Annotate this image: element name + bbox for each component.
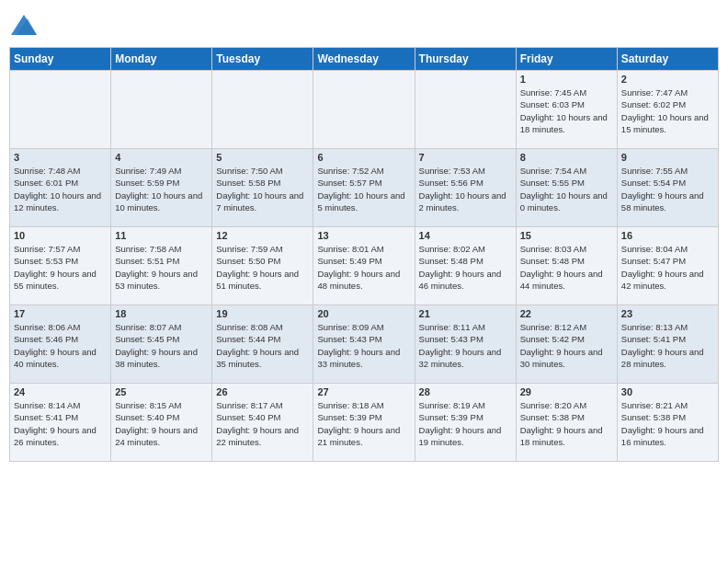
day-number: 1 bbox=[520, 74, 613, 85]
weekday-header: Wednesday bbox=[313, 48, 415, 71]
day-number: 11 bbox=[115, 230, 208, 241]
calendar-cell: 21Sunrise: 8:11 AM Sunset: 5:43 PM Dayli… bbox=[415, 305, 516, 384]
calendar-cell: 1Sunrise: 7:45 AM Sunset: 6:03 PM Daylig… bbox=[516, 71, 617, 149]
calendar-cell: 12Sunrise: 7:59 AM Sunset: 5:50 PM Dayli… bbox=[212, 227, 313, 305]
day-number: 27 bbox=[317, 386, 410, 397]
weekday-header: Friday bbox=[516, 48, 617, 71]
day-content: Sunrise: 7:49 AM Sunset: 5:59 PM Dayligh… bbox=[115, 165, 208, 213]
calendar-cell: 18Sunrise: 8:07 AM Sunset: 5:45 PM Dayli… bbox=[111, 305, 212, 384]
day-number: 3 bbox=[14, 152, 107, 163]
calendar-cell bbox=[111, 71, 212, 149]
day-content: Sunrise: 7:47 AM Sunset: 6:02 PM Dayligh… bbox=[621, 86, 714, 135]
day-number: 9 bbox=[621, 152, 714, 163]
day-content: Sunrise: 7:50 AM Sunset: 5:58 PM Dayligh… bbox=[216, 165, 309, 213]
header bbox=[9, 9, 719, 40]
day-number: 12 bbox=[216, 230, 309, 241]
day-number: 19 bbox=[216, 308, 309, 319]
calendar-week-row: 24Sunrise: 8:14 AM Sunset: 5:41 PM Dayli… bbox=[10, 384, 719, 462]
calendar-cell: 5Sunrise: 7:50 AM Sunset: 5:58 PM Daylig… bbox=[212, 149, 313, 227]
calendar-cell: 4Sunrise: 7:49 AM Sunset: 5:59 PM Daylig… bbox=[111, 149, 212, 227]
calendar-week-row: 10Sunrise: 7:57 AM Sunset: 5:53 PM Dayli… bbox=[10, 227, 719, 305]
calendar-week-row: 17Sunrise: 8:06 AM Sunset: 5:46 PM Dayli… bbox=[10, 305, 719, 384]
day-content: Sunrise: 8:08 AM Sunset: 5:44 PM Dayligh… bbox=[216, 321, 309, 370]
day-number: 20 bbox=[317, 308, 410, 319]
day-number: 6 bbox=[317, 152, 410, 163]
day-number: 21 bbox=[419, 308, 512, 319]
calendar-cell: 17Sunrise: 8:06 AM Sunset: 5:46 PM Dayli… bbox=[10, 305, 111, 384]
calendar-week-row: 1Sunrise: 7:45 AM Sunset: 6:03 PM Daylig… bbox=[10, 71, 719, 149]
day-content: Sunrise: 8:20 AM Sunset: 5:38 PM Dayligh… bbox=[520, 399, 613, 448]
day-number: 29 bbox=[520, 386, 613, 397]
day-number: 30 bbox=[621, 386, 714, 397]
calendar-cell: 2Sunrise: 7:47 AM Sunset: 6:02 PM Daylig… bbox=[617, 71, 718, 149]
calendar-cell: 27Sunrise: 8:18 AM Sunset: 5:39 PM Dayli… bbox=[313, 384, 415, 462]
day-content: Sunrise: 8:06 AM Sunset: 5:46 PM Dayligh… bbox=[14, 321, 107, 370]
day-number: 28 bbox=[419, 386, 512, 397]
day-number: 10 bbox=[14, 230, 107, 241]
day-content: Sunrise: 7:48 AM Sunset: 6:01 PM Dayligh… bbox=[14, 165, 107, 213]
day-content: Sunrise: 8:21 AM Sunset: 5:38 PM Dayligh… bbox=[621, 399, 714, 448]
day-content: Sunrise: 8:18 AM Sunset: 5:39 PM Dayligh… bbox=[317, 399, 410, 448]
weekday-header: Sunday bbox=[10, 48, 111, 71]
day-content: Sunrise: 8:01 AM Sunset: 5:49 PM Dayligh… bbox=[317, 243, 410, 292]
day-content: Sunrise: 8:07 AM Sunset: 5:45 PM Dayligh… bbox=[115, 321, 208, 370]
day-number: 8 bbox=[520, 152, 613, 163]
weekday-header: Thursday bbox=[415, 48, 516, 71]
calendar-cell: 10Sunrise: 7:57 AM Sunset: 5:53 PM Dayli… bbox=[10, 227, 111, 305]
calendar-cell: 8Sunrise: 7:54 AM Sunset: 5:55 PM Daylig… bbox=[516, 149, 617, 227]
day-number: 14 bbox=[419, 230, 512, 241]
calendar-cell: 7Sunrise: 7:53 AM Sunset: 5:56 PM Daylig… bbox=[415, 149, 516, 227]
day-content: Sunrise: 7:45 AM Sunset: 6:03 PM Dayligh… bbox=[520, 86, 613, 135]
calendar-header-row: SundayMondayTuesdayWednesdayThursdayFrid… bbox=[10, 48, 719, 71]
logo bbox=[9, 15, 37, 40]
day-content: Sunrise: 8:13 AM Sunset: 5:41 PM Dayligh… bbox=[621, 321, 714, 370]
calendar-cell: 9Sunrise: 7:55 AM Sunset: 5:54 PM Daylig… bbox=[617, 149, 718, 227]
day-number: 15 bbox=[520, 230, 613, 241]
calendar-cell: 6Sunrise: 7:52 AM Sunset: 5:57 PM Daylig… bbox=[313, 149, 415, 227]
calendar-week-row: 3Sunrise: 7:48 AM Sunset: 6:01 PM Daylig… bbox=[10, 149, 719, 227]
day-number: 26 bbox=[216, 386, 309, 397]
calendar-cell bbox=[10, 71, 111, 149]
day-content: Sunrise: 8:11 AM Sunset: 5:43 PM Dayligh… bbox=[419, 321, 512, 370]
day-number: 4 bbox=[115, 152, 208, 163]
day-content: Sunrise: 7:59 AM Sunset: 5:50 PM Dayligh… bbox=[216, 243, 309, 292]
calendar-cell: 19Sunrise: 8:08 AM Sunset: 5:44 PM Dayli… bbox=[212, 305, 313, 384]
day-number: 22 bbox=[520, 308, 613, 319]
calendar-cell: 23Sunrise: 8:13 AM Sunset: 5:41 PM Dayli… bbox=[617, 305, 718, 384]
day-number: 7 bbox=[419, 152, 512, 163]
day-number: 24 bbox=[14, 386, 107, 397]
day-number: 17 bbox=[14, 308, 107, 319]
calendar-table: SundayMondayTuesdayWednesdayThursdayFrid… bbox=[9, 47, 719, 462]
day-content: Sunrise: 8:03 AM Sunset: 5:48 PM Dayligh… bbox=[520, 243, 613, 292]
day-content: Sunrise: 8:12 AM Sunset: 5:42 PM Dayligh… bbox=[520, 321, 613, 370]
day-content: Sunrise: 8:04 AM Sunset: 5:47 PM Dayligh… bbox=[621, 243, 714, 292]
weekday-header: Saturday bbox=[617, 48, 718, 71]
day-number: 25 bbox=[115, 386, 208, 397]
weekday-header: Monday bbox=[111, 48, 212, 71]
calendar-cell: 22Sunrise: 8:12 AM Sunset: 5:42 PM Dayli… bbox=[516, 305, 617, 384]
calendar-cell: 15Sunrise: 8:03 AM Sunset: 5:48 PM Dayli… bbox=[516, 227, 617, 305]
calendar-cell: 30Sunrise: 8:21 AM Sunset: 5:38 PM Dayli… bbox=[617, 384, 718, 462]
calendar-cell: 28Sunrise: 8:19 AM Sunset: 5:39 PM Dayli… bbox=[415, 384, 516, 462]
day-content: Sunrise: 7:55 AM Sunset: 5:54 PM Dayligh… bbox=[621, 165, 714, 213]
logo-icon bbox=[11, 15, 37, 35]
calendar-cell bbox=[212, 71, 313, 149]
day-number: 18 bbox=[115, 308, 208, 319]
day-content: Sunrise: 7:58 AM Sunset: 5:51 PM Dayligh… bbox=[115, 243, 208, 292]
calendar-cell: 14Sunrise: 8:02 AM Sunset: 5:48 PM Dayli… bbox=[415, 227, 516, 305]
day-content: Sunrise: 8:17 AM Sunset: 5:40 PM Dayligh… bbox=[216, 399, 309, 448]
day-number: 2 bbox=[621, 74, 714, 85]
calendar-cell: 11Sunrise: 7:58 AM Sunset: 5:51 PM Dayli… bbox=[111, 227, 212, 305]
day-number: 13 bbox=[317, 230, 410, 241]
calendar-cell: 3Sunrise: 7:48 AM Sunset: 6:01 PM Daylig… bbox=[10, 149, 111, 227]
calendar-cell: 16Sunrise: 8:04 AM Sunset: 5:47 PM Dayli… bbox=[617, 227, 718, 305]
day-number: 23 bbox=[621, 308, 714, 319]
day-content: Sunrise: 8:19 AM Sunset: 5:39 PM Dayligh… bbox=[419, 399, 512, 448]
day-number: 5 bbox=[216, 152, 309, 163]
calendar-cell: 26Sunrise: 8:17 AM Sunset: 5:40 PM Dayli… bbox=[212, 384, 313, 462]
day-content: Sunrise: 7:54 AM Sunset: 5:55 PM Dayligh… bbox=[520, 165, 613, 213]
day-content: Sunrise: 8:14 AM Sunset: 5:41 PM Dayligh… bbox=[14, 399, 107, 448]
day-content: Sunrise: 7:57 AM Sunset: 5:53 PM Dayligh… bbox=[14, 243, 107, 292]
calendar-cell bbox=[415, 71, 516, 149]
calendar-cell bbox=[313, 71, 415, 149]
